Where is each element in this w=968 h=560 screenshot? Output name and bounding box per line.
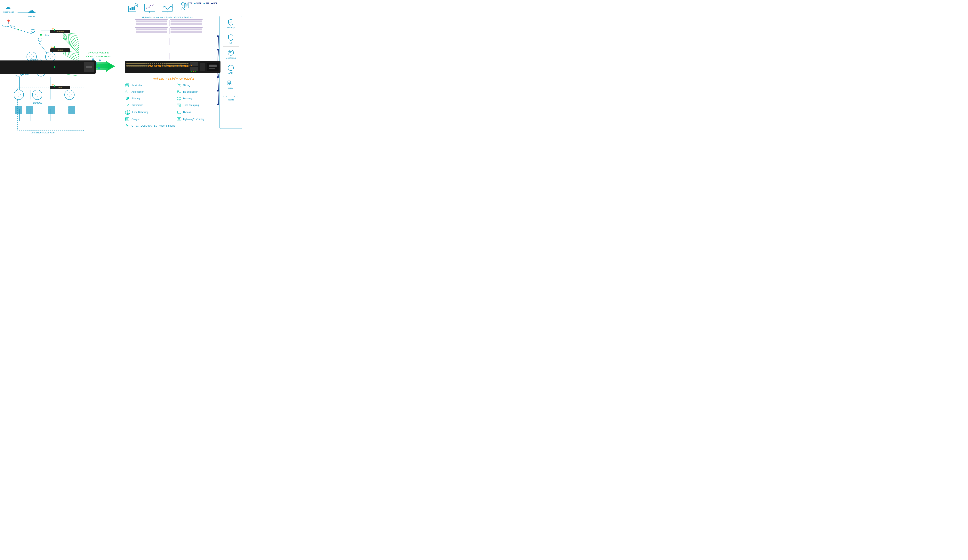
svg-rect-104 [148, 63, 149, 64]
svg-rect-129 [134, 65, 136, 66]
svg-point-186 [126, 99, 127, 100]
ids-icon [227, 34, 234, 41]
svg-point-185 [128, 98, 129, 99]
svg-rect-153 [181, 65, 182, 66]
tool-npm: NPM [221, 79, 241, 91]
svg-rect-137 [150, 65, 151, 66]
svg-point-216 [126, 124, 127, 124]
svg-point-219 [230, 39, 231, 40]
svg-rect-139 [154, 65, 155, 66]
udp-circle-icon [211, 3, 213, 4]
svg-rect-118 [175, 63, 177, 64]
svg-rect-94 [128, 63, 130, 64]
header-stripping-icon [125, 123, 129, 128]
switch-4: ▲ ◄► ▼ [32, 90, 42, 100]
wave-chart-icon [161, 2, 174, 14]
tap-device-2 [50, 48, 70, 52]
svg-point-163 [191, 71, 192, 72]
tool-ids: IDS [221, 33, 241, 45]
legend-http-label: HTTP [187, 2, 192, 5]
svg-line-191 [127, 104, 129, 105]
svg-rect-97 [134, 63, 136, 64]
svg-text:✲✲✲: ✲✲✲ [177, 96, 181, 99]
svg-rect-112 [164, 63, 165, 64]
server-2 [26, 106, 33, 115]
vis-tech-section: Mylinking™ Visibility Technologies Repli… [125, 77, 222, 128]
svg-rect-123 [185, 63, 187, 64]
svg-rect-95 [130, 63, 132, 64]
npb-device: // generate many ports inline via HTML [0, 60, 96, 74]
svg-rect-124 [187, 63, 189, 64]
svg-line-20 [63, 53, 79, 58]
firewall-1: 🛡 [29, 27, 38, 35]
firewall-2: 🛡 [36, 36, 45, 45]
svg-rect-227 [228, 81, 230, 83]
tool-n-label: Tool N [228, 98, 234, 101]
vis-tech-title: Mylinking™ Visibility Technologies [125, 77, 222, 80]
switches-label-2: Switches [33, 101, 42, 104]
platform-label: Mylinking™ Network Traffic Visibility Pl… [126, 16, 209, 19]
svg-line-7 [63, 33, 79, 36]
svg-rect-161 [209, 65, 217, 67]
slicing-icon [177, 83, 181, 88]
svg-rect-128 [132, 65, 134, 66]
npb-ports-svg [125, 61, 220, 73]
security-shield-icon [227, 19, 234, 26]
svg-rect-142 [160, 65, 161, 66]
divider-1 [223, 31, 239, 31]
tool-apm: APM [221, 63, 241, 75]
svg-rect-102 [144, 63, 146, 64]
legend: HTTP SMTP FTP UDP [184, 2, 217, 5]
svg-marker-174 [129, 91, 129, 92]
svg-point-181 [127, 97, 128, 98]
loadbalancing-icon [125, 109, 130, 115]
svg-rect-108 [156, 63, 157, 64]
visibility-icon [177, 117, 181, 121]
security-label: Security [227, 27, 235, 29]
svg-rect-140 [156, 65, 157, 66]
replication-icon [125, 83, 129, 88]
green-dot-2 [54, 46, 55, 48]
divider-3 [223, 61, 239, 62]
svg-rect-105 [150, 63, 151, 64]
green-dot-3 [54, 66, 55, 68]
svg-point-212 [126, 120, 126, 121]
svg-rect-126 [128, 65, 130, 66]
green-dot-1 [54, 29, 55, 31]
svg-rect-99 [138, 63, 140, 64]
legend-smtp-label: SMTP [196, 2, 202, 5]
vis-item-dedup: De-duplication [177, 89, 222, 94]
svg-point-83 [181, 3, 184, 5]
svg-point-183 [127, 98, 128, 99]
svg-rect-162 [209, 68, 215, 69]
vis-item-distribution: Distribution [125, 103, 171, 108]
svg-rect-155 [185, 65, 187, 66]
svg-line-12 [63, 36, 79, 46]
svg-rect-116 [171, 63, 173, 64]
bypass-icon [177, 110, 181, 114]
svg-rect-72 [129, 8, 131, 10]
vis-item-timestamping: Time Stamping [177, 103, 222, 108]
svg-rect-141 [157, 65, 159, 66]
svg-rect-107 [154, 63, 155, 64]
svg-point-64 [217, 35, 219, 37]
svg-rect-93 [126, 63, 128, 64]
server-3 [48, 106, 56, 115]
svg-rect-131 [138, 65, 140, 66]
svg-rect-113 [166, 63, 167, 64]
vis-item-aggregation: Aggregation [125, 89, 171, 94]
svg-point-172 [126, 91, 127, 92]
green-dot-5 [18, 29, 19, 30]
svg-rect-122 [183, 63, 185, 64]
switch-5: ▲ ◄► ▼ [65, 90, 75, 100]
tap-label-2: Tap [50, 46, 54, 48]
public-cloud: ☁ Public Cloud [2, 4, 14, 13]
svg-marker-205 [180, 113, 181, 114]
server-1 [15, 106, 22, 115]
legend-ftp-label: FTP [206, 2, 209, 5]
tool-security: Security [221, 18, 241, 30]
svg-rect-145 [166, 65, 167, 66]
person-chart-icon [127, 2, 139, 14]
svg-rect-100 [140, 63, 142, 64]
svg-rect-115 [169, 63, 171, 64]
